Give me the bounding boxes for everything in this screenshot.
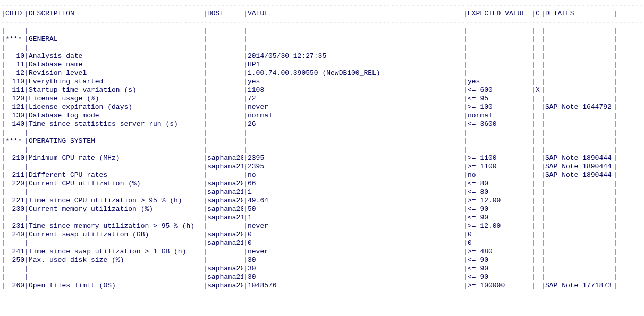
- details-cell: [545, 86, 613, 95]
- column-separator: |: [203, 188, 207, 197]
- table-row: |240|Current swap utilization (GB)|sapha…: [1, 230, 644, 239]
- details-cell: SAP Note 1890444: [545, 163, 613, 171]
- column-separator: |: [613, 154, 617, 163]
- check-cell: [536, 239, 541, 247]
- chid-cell: [5, 188, 24, 197]
- column-separator: |: [1, 163, 5, 171]
- column-separator: |: [203, 112, 207, 120]
- column-separator: |: [541, 52, 545, 61]
- column-separator: |: [203, 281, 207, 290]
- column-separator: |: [243, 112, 248, 120]
- column-separator: |: [541, 112, 545, 120]
- column-separator: |: [243, 230, 248, 239]
- table-row: |||saphana21|1|<= 80|||: [1, 188, 644, 197]
- column-separator: |: [541, 171, 545, 180]
- column-separator: |: [613, 171, 617, 180]
- host-cell: saphana20: [207, 154, 243, 163]
- expected-value-cell: >= 100000: [468, 281, 531, 290]
- column-separator: |: [203, 27, 207, 35]
- column-separator: |: [24, 188, 29, 197]
- column-separator: |: [613, 163, 617, 171]
- details-cell: SAP Note 1771873: [545, 281, 613, 290]
- expected-value-cell: >= 1100: [468, 154, 531, 163]
- column-separator: |: [541, 35, 545, 44]
- value-cell: yes: [248, 78, 463, 86]
- column-separator: |: [203, 10, 207, 18]
- column-separator: |: [463, 171, 468, 180]
- host-cell: saphana21: [207, 188, 243, 197]
- column-separator: |: [1, 52, 5, 61]
- column-separator: |: [243, 129, 248, 137]
- column-separator: |: [24, 180, 29, 188]
- check-cell: [536, 281, 541, 290]
- description-cell: OPERATING SYSTEM: [29, 137, 203, 146]
- column-separator: |: [203, 163, 207, 171]
- column-separator: |: [613, 222, 617, 230]
- check-cell: [536, 180, 541, 188]
- column-separator: |: [1, 264, 5, 273]
- check-cell: [536, 35, 541, 44]
- column-separator: |: [613, 188, 617, 197]
- column-separator: |: [24, 27, 29, 35]
- column-separator: |: [613, 61, 617, 69]
- column-separator: |: [613, 281, 617, 290]
- chid-cell: 140: [5, 120, 24, 129]
- host-cell: [207, 69, 243, 78]
- column-separator: |: [463, 205, 468, 213]
- column-separator: |: [613, 95, 617, 103]
- column-separator: |: [1, 171, 5, 180]
- value-cell: [248, 44, 463, 52]
- column-separator: |: [1, 230, 5, 239]
- expected-value-cell: 0: [468, 230, 531, 239]
- column-separator: |: [531, 52, 536, 61]
- chid-cell: ****: [5, 137, 24, 146]
- value-cell: no: [248, 171, 463, 180]
- column-separator: |: [463, 86, 468, 95]
- value-cell: 1.00.74.00.390550 (NewDB100_REL): [248, 69, 463, 78]
- column-separator: |: [1, 213, 5, 222]
- column-separator: |: [1, 273, 5, 281]
- column-separator: |: [531, 239, 536, 247]
- column-separator: |: [243, 264, 248, 273]
- column-separator: |: [463, 230, 468, 239]
- column-separator: |: [243, 137, 248, 146]
- column-separator: |: [243, 180, 248, 188]
- column-separator: |: [531, 69, 536, 78]
- value-cell: 30: [248, 256, 463, 264]
- column-separator: |: [243, 163, 248, 171]
- value-cell: 72: [248, 95, 463, 103]
- column-separator: |: [613, 213, 617, 222]
- column-separator: |: [613, 27, 617, 35]
- column-separator: |: [203, 69, 207, 78]
- details-cell: [545, 52, 613, 61]
- host-cell: saphana21: [207, 163, 243, 171]
- column-separator: |: [24, 103, 29, 112]
- column-separator: |: [243, 10, 248, 18]
- value-cell: 0: [248, 230, 463, 239]
- column-separator: |: [463, 120, 468, 129]
- column-separator: |: [463, 35, 468, 44]
- column-separator: |: [613, 264, 617, 273]
- column-separator: |: [203, 154, 207, 163]
- chid-cell: [5, 129, 24, 137]
- column-separator: |: [541, 78, 545, 86]
- column-separator: |: [613, 78, 617, 86]
- column-separator: |: [613, 239, 617, 247]
- check-cell: [536, 103, 541, 112]
- column-separator: |: [203, 264, 207, 273]
- column-separator: |: [531, 273, 536, 281]
- description-cell: Open files limit (OS): [29, 281, 203, 290]
- host-cell: saphana21: [207, 273, 243, 281]
- column-separator: |: [531, 154, 536, 163]
- chid-cell: 260: [5, 281, 24, 290]
- check-cell: X: [536, 86, 541, 95]
- chid-cell: 240: [5, 230, 24, 239]
- value-cell: 2395: [248, 154, 463, 163]
- chid-cell: [5, 163, 24, 171]
- check-cell: [536, 222, 541, 230]
- table-row: |||saphana21|0|0|||: [1, 239, 644, 247]
- check-cell: [536, 154, 541, 163]
- description-cell: [29, 146, 203, 154]
- column-separator: |: [541, 103, 545, 112]
- details-cell: [545, 213, 613, 222]
